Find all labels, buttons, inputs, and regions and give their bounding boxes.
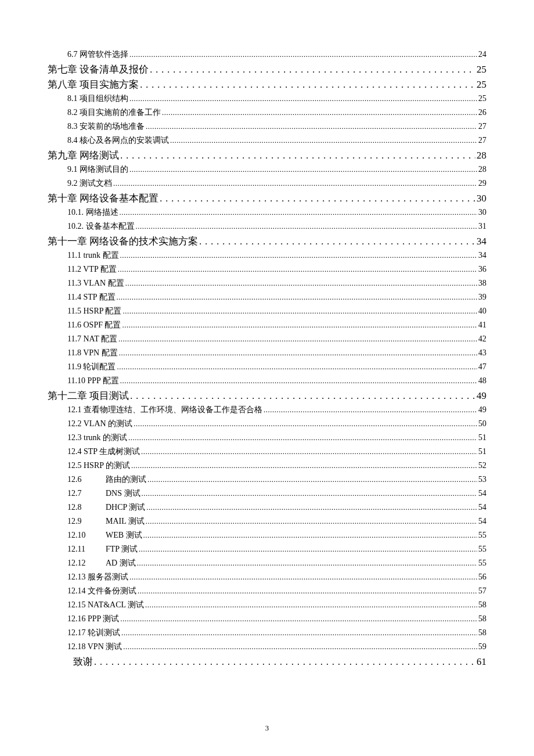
toc-leader-dots [123, 640, 477, 654]
toc-leader-dots [139, 542, 477, 556]
toc-entry-label: 11.5 HSRP 配置 [67, 304, 121, 318]
toc-entry: 12.8DHCP 测试54 [67, 501, 486, 514]
toc-entry-label: 第九章 网络测试 [48, 149, 119, 163]
toc-entry-label: 12.9MAIL 测试 [67, 514, 145, 528]
toc-leader-dots [160, 192, 475, 206]
toc-entry: 11.2 VTP 配置36 [67, 262, 486, 276]
toc-leader-dots [145, 598, 477, 612]
toc-entry-label: 12.16 PPP 测试 [67, 612, 119, 626]
toc-leader-dots [94, 655, 475, 669]
toc-leader-dots [130, 389, 475, 403]
toc-entry-page: 50 [478, 417, 486, 431]
page-number: 3 [0, 723, 534, 733]
toc-entry: 10.2. 设备基本配置31 [67, 219, 486, 233]
toc-leader-dots [129, 570, 477, 584]
toc-entry-page: 55 [478, 556, 486, 570]
toc-leader-dots [143, 528, 477, 542]
toc-entry-page: 25 [477, 63, 486, 77]
toc-entry-page: 53 [478, 473, 486, 487]
toc-entry: 9.1 网络测试目的28 [67, 163, 486, 177]
toc-entry-label: 9.1 网络测试目的 [67, 163, 128, 177]
toc-entry-page: 31 [478, 219, 486, 233]
toc-entry-page: 48 [478, 374, 486, 388]
toc-entry-page: 39 [478, 290, 486, 304]
toc-entry: 12.7DNS 测试54 [67, 487, 486, 501]
toc-entry-page: 51 [478, 445, 486, 459]
toc-leader-dots [131, 459, 477, 473]
toc-entry-page: 59 [478, 640, 486, 654]
toc-entry: 12.11FTP 测试55 [67, 542, 486, 556]
toc-entry-label: 12.11FTP 测试 [67, 542, 138, 556]
toc-entry: 11.10 PPP 配置48 [67, 374, 486, 388]
toc-entry-label: 12.12AD 测试 [67, 556, 136, 570]
toc-entry-label: 12.18 VPN 测试 [67, 640, 122, 654]
toc-entry-label: 第八章 项目实施方案 [48, 78, 139, 92]
toc-entry-page: 41 [478, 318, 486, 332]
toc-entry-label: 8.2 项目实施前的准备工作 [67, 106, 161, 120]
toc-leader-dots [128, 431, 477, 445]
toc-entry: 第七章 设备清单及报价25 [48, 63, 486, 77]
toc-entry: 10.1. 网络描述30 [67, 206, 486, 219]
toc-entry-label: 8.3 安装前的场地准备 [67, 120, 145, 134]
toc-entry-label: 11.9 轮训配置 [67, 360, 116, 374]
toc-entry-page: 58 [478, 598, 486, 612]
toc-entry: 12.17 轮训测试58 [67, 626, 486, 640]
toc-entry-page: 25 [477, 78, 486, 92]
toc-leader-dots [138, 584, 477, 598]
toc-entry: 12.18 VPN 测试59 [67, 640, 486, 654]
toc-entry: 8.3 安装前的场地准备27 [67, 120, 486, 134]
toc-entry: 第九章 网络测试28 [48, 149, 486, 163]
toc-leader-dots [117, 360, 477, 374]
toc-entry-label: 12.3 trunk 的测试 [67, 431, 127, 445]
toc-leader-dots [129, 48, 477, 62]
toc-entry-label: 10.2. 设备基本配置 [67, 219, 135, 233]
toc-leader-dots [120, 374, 477, 388]
toc-entry: 11.6 OSPF 配置41 [67, 318, 486, 332]
toc-entry: 12.15 NAT&ACL 测试58 [67, 598, 486, 612]
toc-entry-page: 43 [478, 346, 486, 360]
table-of-contents: 6.7 网管软件选择24第七章 设备清单及报价25第八章 项目实施方案258.1… [48, 48, 486, 669]
toc-entry-label: 第十一章 网络设备的技术实施方案 [48, 235, 198, 249]
toc-entry-label: 第十章 网络设备基本配置 [48, 192, 158, 206]
toc-entry-label: 8.1 项目组织结构 [67, 92, 128, 106]
toc-entry-label: 12.10WEB 测试 [67, 528, 142, 542]
toc-entry-page: 49 [478, 403, 486, 417]
toc-entry-label: 11.4 STP 配置 [67, 290, 116, 304]
toc-entry: 12.16 PPP 测试58 [67, 612, 486, 626]
toc-leader-dots [136, 219, 478, 233]
toc-entry-page: 54 [478, 487, 486, 501]
toc-entry: 12.2 VLAN 的测试50 [67, 417, 486, 431]
toc-entry-label: 第七章 设备清单及报价 [48, 63, 149, 77]
toc-entry: 11.3 VLAN 配置38 [67, 276, 486, 290]
toc-entry: 第十二章 项目测试49 [48, 389, 486, 403]
toc-entry-label: 12.14 文件备份测试 [67, 584, 136, 598]
toc-entry-page: 52 [478, 459, 486, 473]
toc-entry: 第八章 项目实施方案25 [48, 78, 486, 92]
toc-entry-page: 38 [478, 276, 486, 290]
toc-entry-page: 28 [478, 163, 486, 177]
toc-leader-dots [146, 514, 477, 528]
toc-leader-dots [120, 249, 477, 262]
document-page: 6.7 网管软件选择24第七章 设备清单及报价25第八章 项目实施方案258.1… [0, 0, 534, 756]
toc-entry-label: 12.7DNS 测试 [67, 487, 140, 501]
toc-leader-dots [118, 332, 477, 346]
toc-leader-dots [118, 262, 477, 276]
toc-leader-dots [125, 276, 477, 290]
toc-entry-label: 11.8 VPN 配置 [67, 346, 118, 360]
toc-entry-page: 36 [478, 262, 486, 276]
toc-entry-label: 11.10 PPP 配置 [67, 374, 119, 388]
toc-entry: 12.5 HSRP 的测试52 [67, 459, 486, 473]
toc-entry-page: 42 [478, 332, 486, 346]
toc-entry: 12.1 查看物理连结、工作环境、网络设备工作是否合格49 [67, 403, 486, 417]
toc-entry-label: 12.4 STP 生成树测试 [67, 445, 140, 459]
toc-entry: 8.1 项目组织结构25 [67, 92, 486, 106]
toc-entry-label: 12.2 VLAN 的测试 [67, 417, 132, 431]
toc-leader-dots [140, 78, 475, 92]
toc-entry: 8.2 项目实施前的准备工作26 [67, 106, 486, 120]
toc-leader-dots [170, 134, 477, 147]
toc-entry-page: 24 [478, 48, 486, 62]
toc-entry-label: 11.3 VLAN 配置 [67, 276, 124, 290]
toc-leader-dots [134, 417, 477, 431]
toc-entry: 12.9MAIL 测试54 [67, 514, 486, 528]
toc-leader-dots [146, 501, 477, 514]
